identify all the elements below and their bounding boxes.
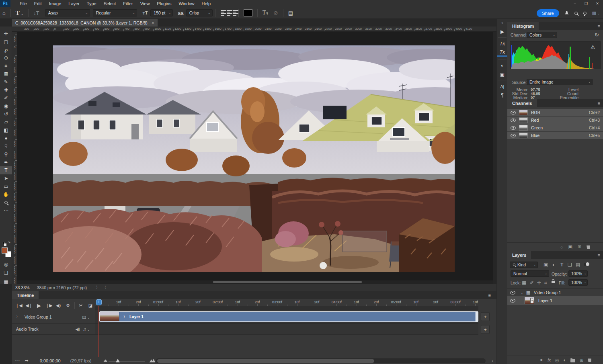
render-export-arrow-icon[interactable]: ➦ [25,358,29,363]
document-image[interactable] [53,45,455,272]
lock-all-icon[interactable] [552,279,555,284]
actions-panel-icon[interactable]: ▶ [497,28,508,36]
search-icon[interactable] [574,12,578,15]
horizontal-ruler[interactable]: 3002001000100200300400500600700800900100… [17,27,496,32]
audio-track-lane[interactable] [95,324,478,334]
timeline-scrollbar[interactable] [156,358,486,363]
warp-text-icon[interactable]: T↯ [260,10,271,16]
group-name[interactable]: Video Group 1 [534,290,561,295]
pen-tool[interactable]: ✒ [0,158,12,166]
expand-chevron-icon[interactable]: ⌄ [521,291,523,294]
adjustments-panel-icon[interactable]: ◐ [497,61,508,70]
filter-shape-layers-icon[interactable]: ❏ [568,262,572,268]
eyedropper-tool[interactable]: ✎ [0,78,12,86]
zoom-in-mountain-icon[interactable] [149,359,155,362]
filter-pixel-layers-icon[interactable]: ▣ [544,262,548,268]
canvas-area[interactable] [17,32,493,284]
layer-effects-icon[interactable]: fx [548,358,551,362]
document-tab[interactable]: C_0001C068A250828_133336L8_CANON @ 33,3%… [12,19,158,27]
menu-select[interactable]: Select [100,0,120,7]
eraser-tool[interactable]: ▱ [0,118,12,126]
zoom-level[interactable]: 33.33% [15,285,30,290]
minimize-button[interactable]: – [569,0,580,7]
type-tool[interactable]: T [0,166,12,174]
panel-menu-icon[interactable]: ≡ [598,253,600,258]
layer-filter-select[interactable]: Kind⌄ [510,262,538,268]
audio-options-icon[interactable]: ♫ ⌄ [83,327,90,331]
align-center-icon[interactable] [224,10,230,16]
rectangle-tool[interactable]: ▭ [0,182,12,190]
timeline-settings-gear-icon[interactable]: ⚙ [64,301,72,310]
dodge-tool[interactable]: ⚲ [0,150,12,158]
layer-name[interactable]: Layer 1 [538,298,552,303]
photoshop-logo[interactable]: Ps [0,0,10,7]
workspace-switcher-icon[interactable]: ▥ ⌄ [592,10,600,16]
zoom-out-mountain-icon[interactable] [103,360,107,362]
tab-channels[interactable]: Channels [507,99,537,107]
share-button[interactable]: Share [537,9,559,17]
frame-tool[interactable]: ⊠ [0,70,12,78]
layer-thumbnail[interactable] [525,297,534,304]
smudge-tool[interactable]: ☟ [0,142,12,150]
timeline-zoom-slider-thumb[interactable] [116,359,120,362]
next-frame-button[interactable]: ❘▶ [45,301,53,310]
align-left-icon[interactable] [218,10,224,16]
blend-mode-select[interactable]: Normal⌄ [511,270,549,277]
swap-colors-icon[interactable]: ↷ [8,241,10,245]
move-tool[interactable]: ✛ [0,30,12,38]
libraries-panel-icon[interactable]: ▣ [497,70,508,78]
add-video-clip-button[interactable]: + [481,312,490,321]
current-timecode[interactable]: 0;00;00;00 [40,358,61,363]
transition-button[interactable]: ◪ [86,301,95,310]
panel-menu-icon[interactable]: ≡ [598,24,600,29]
mute-audio-button[interactable]: ◀) [54,301,63,310]
go-to-first-frame-button[interactable]: ❘◀ [14,301,23,310]
channel-row-rgb[interactable]: RGBCtrl+2 [507,109,603,116]
clone-stamp-tool[interactable]: ◉ [0,102,12,110]
screen-mode-icon[interactable]: ❏ [0,269,12,277]
lock-pixels-icon[interactable]: ✐ [530,280,534,286]
tab-layers[interactable]: Layers [507,251,531,259]
foreground-color-swatch[interactable] [2,247,8,254]
vertical-ruler[interactable]: 1000100200300400500600700800900100011001… [12,32,17,284]
type-tool-preset-icon[interactable]: T ⌄ [13,10,26,16]
load-selection-icon[interactable]: ◌ [560,245,563,249]
fill-select[interactable]: 100%⌄ [568,279,588,286]
work-area-strip[interactable] [95,306,478,310]
lock-transparency-icon[interactable]: ▦ [522,280,526,286]
align-right-icon[interactable] [230,10,236,16]
menu-view[interactable]: View [137,0,154,7]
expand-chevron-icon[interactable]: 〉 [16,314,20,319]
status-chevron-right-icon[interactable]: 〉 [96,285,100,290]
canvas-horizontal-scrollbar[interactable] [17,280,493,284]
audio-mute-icon[interactable]: ◀) [75,327,80,331]
clip-chevron-icon[interactable]: 〉 [123,315,127,319]
menu-image[interactable]: Image [45,0,65,7]
menu-plugins[interactable]: Plugins [153,0,175,7]
anti-alias-select[interactable]: Crisp⌄ [186,9,213,16]
text-color-swatch[interactable] [244,9,252,16]
new-layer-icon[interactable]: ⊞ [580,358,583,363]
tab-histogram[interactable]: Histogram [507,22,539,30]
filter-smart-objects-icon[interactable]: ▤ [576,262,580,268]
video-track-lane[interactable]: 〉Layer 1 [95,310,478,323]
layer-row-video-group[interactable]: ⌄ ▦ Video Group 1 [507,288,603,296]
history-brush-tool[interactable]: ↺ [0,110,12,118]
link-layers-icon[interactable]: ⚭ [539,358,543,363]
new-group-icon[interactable] [570,359,575,362]
hand-tool[interactable]: ✋ [0,190,12,198]
paragraph-panel-icon[interactable]: ¶ [497,91,508,99]
close-document-icon[interactable]: ✕ [152,21,155,25]
restore-button[interactable]: ❐ [580,0,592,7]
lasso-tool[interactable]: ℘ [0,46,12,54]
quick-mask-icon[interactable]: ◎ [0,260,12,268]
close-button[interactable]: ✕ [592,0,603,7]
filter-toggle[interactable] [584,263,589,266]
panel-menu-icon[interactable]: ≡ [488,293,491,298]
menu-help[interactable]: Help [198,0,215,7]
lock-position-icon[interactable]: ✛ [537,280,541,286]
scrollbar-thumb[interactable] [157,359,374,363]
menu-filter[interactable]: Filter [119,0,136,7]
gradient-tool[interactable]: ◧ [0,126,12,134]
layer-row-layer1[interactable]: Layer 1 [507,296,603,305]
